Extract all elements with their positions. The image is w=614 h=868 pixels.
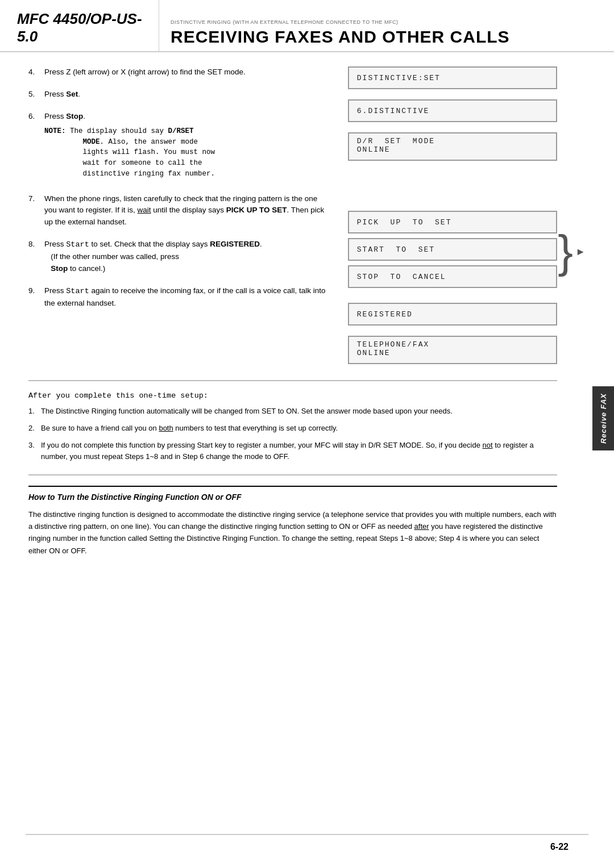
- page-number: 6-22: [550, 842, 569, 852]
- step-6-num: 6.: [28, 111, 44, 183]
- after-item-3: 3. If you do not complete this function …: [28, 440, 557, 462]
- lcd-dr-set-mode: D/R SET MODEONLINE: [348, 132, 557, 161]
- step-4-content: Press Z (left arrow) or X (right arrow) …: [44, 66, 331, 78]
- after-item-1-num: 1.: [28, 406, 41, 417]
- main-content: 4. Press Z (left arrow) or X (right arro…: [0, 52, 614, 583]
- step-8-start: Start: [66, 240, 89, 249]
- after-item-2: 2. Be sure to have a friend call you on …: [28, 423, 557, 434]
- step-7-text: When the phone rings, listen carefully t…: [44, 193, 331, 229]
- how-to-body: The distinctive ringing function is desi…: [28, 508, 557, 557]
- note-label: NOTE:: [44, 127, 66, 135]
- step-7-wait: wait: [138, 206, 151, 214]
- step-9-start: Start: [66, 287, 89, 295]
- page: MFC 4450/OP-US-5.0 DISTINCTIVE RINGING (…: [0, 0, 614, 868]
- step-9-num: 9.: [28, 285, 44, 310]
- after-item-2-both: both: [159, 424, 173, 432]
- step-7-content: When the phone rings, listen carefully t…: [44, 193, 331, 229]
- how-to-title: How to Turn the Distinctive Ringing Func…: [28, 493, 557, 502]
- lcd-6-distinctive: 6.DISTINCTIVE: [348, 99, 557, 122]
- header-right: DISTINCTIVE RINGING (WITH AN EXTERNAL TE…: [159, 0, 614, 51]
- footer-divider: [26, 834, 588, 835]
- right-column: DISTINCTIVE:SET 6.DISTINCTIVE D/R SET MO…: [348, 66, 557, 369]
- divider-1: [28, 380, 557, 381]
- after-title: After you complete this one-time setup:: [28, 391, 557, 400]
- after-section: After you complete this one-time setup: …: [28, 391, 557, 463]
- after-item-3-not: not: [482, 441, 492, 449]
- section-title: RECEIVING FAXES AND OTHER CALLS: [171, 27, 597, 47]
- divider-2: [28, 474, 557, 475]
- after-item-1: 1. The Distinctive Ringing function auto…: [28, 406, 557, 417]
- note-text: The display should say D/RSET MODE. Also…: [44, 127, 215, 178]
- after-item-3-num: 3.: [28, 440, 41, 462]
- lcd-start-to-set: START TO SET: [348, 238, 557, 261]
- lcd-telephone-fax: TELEPHONE/FAXONLINE: [348, 336, 557, 364]
- side-tab: Receive FAX: [592, 386, 614, 450]
- lcd-stop-to-cancel: STOP TO CANCEL: [348, 265, 557, 288]
- step-7: 7. When the phone rings, listen carefull…: [28, 193, 331, 229]
- how-to-after: after: [414, 522, 429, 531]
- step-5-content: Press Set.: [44, 89, 331, 101]
- step-8-num: 8.: [28, 239, 44, 275]
- step-9: 9. Press Start again to receive the inco…: [28, 285, 331, 310]
- step-8-sub: (If the other number was called, press S…: [44, 251, 331, 275]
- lcd-distinctive-set: DISTINCTIVE:SET: [348, 66, 557, 89]
- side-tab-label: Receive FAX: [599, 393, 608, 444]
- step-7-pickuptoset: PICK UP TO SET: [226, 206, 287, 214]
- after-item-1-text: The Distinctive Ringing function automat…: [41, 406, 453, 417]
- step-8-text: Press Start to set. Check that the displ…: [44, 239, 331, 251]
- after-item-2-text: Be sure to have a friend call you on bot…: [41, 423, 338, 434]
- step-6: 6. Press Stop. NOTE: The display should …: [28, 111, 331, 183]
- step-4-text: Press Z (left arrow) or X (right arrow) …: [44, 66, 331, 78]
- step-5-text: Press Set.: [44, 89, 331, 101]
- step-8-registered: REGISTERED: [210, 240, 260, 248]
- section-label: DISTINCTIVE RINGING (WITH AN EXTERNAL TE…: [171, 19, 597, 25]
- step-4-num: 4.: [28, 66, 44, 78]
- step-5: 5. Press Set.: [28, 89, 331, 101]
- document-title: MFC 4450/OP-US-5.0: [17, 10, 147, 45]
- note-drset: D/RSET MODE: [44, 127, 194, 146]
- step-4: 4. Press Z (left arrow) or X (right arro…: [28, 66, 331, 78]
- step-9-text: Press Start again to receive the incomin…: [44, 285, 331, 310]
- bracket-lcd-boxes: PICK UP TO SET START TO SET STOP TO CANC…: [348, 211, 557, 293]
- bracket-group: PICK UP TO SET START TO SET STOP TO CANC…: [348, 211, 557, 293]
- step-8: 8. Press Start to set. Check that the di…: [28, 239, 331, 275]
- bracket-right-arrow: ►: [575, 246, 586, 258]
- step-8-content: Press Start to set. Check that the displ…: [44, 239, 331, 275]
- step-9-content: Press Start again to receive the incomin…: [44, 285, 331, 310]
- step-7-num: 7.: [28, 193, 44, 229]
- step-5-num: 5.: [28, 89, 44, 101]
- left-column: 4. Press Z (left arrow) or X (right arro…: [28, 66, 331, 369]
- two-column-layout: 4. Press Z (left arrow) or X (right arro…: [28, 66, 557, 369]
- step-8-stop: Stop: [51, 264, 68, 273]
- footer-area: 6-22: [0, 834, 614, 868]
- after-item-3-text: If you do not complete this function by …: [41, 440, 557, 462]
- lcd-pick-up-to-set: PICK UP TO SET: [348, 211, 557, 233]
- step-5-bold: Set: [66, 90, 78, 98]
- header: MFC 4450/OP-US-5.0 DISTINCTIVE RINGING (…: [0, 0, 614, 52]
- how-to-section: How to Turn the Distinctive Ringing Func…: [28, 486, 557, 557]
- after-item-2-num: 2.: [28, 423, 41, 434]
- step-6-note: NOTE: The display should say D/RSET MODE…: [44, 126, 331, 180]
- step-6-text: Press Stop.: [44, 111, 331, 123]
- lcd-registered: REGISTERED: [348, 303, 557, 326]
- step-6-content: Press Stop. NOTE: The display should say…: [44, 111, 331, 183]
- step-6-bold: Stop: [66, 112, 83, 120]
- header-left: MFC 4450/OP-US-5.0: [0, 0, 159, 51]
- bracket-arrow: }: [558, 229, 573, 274]
